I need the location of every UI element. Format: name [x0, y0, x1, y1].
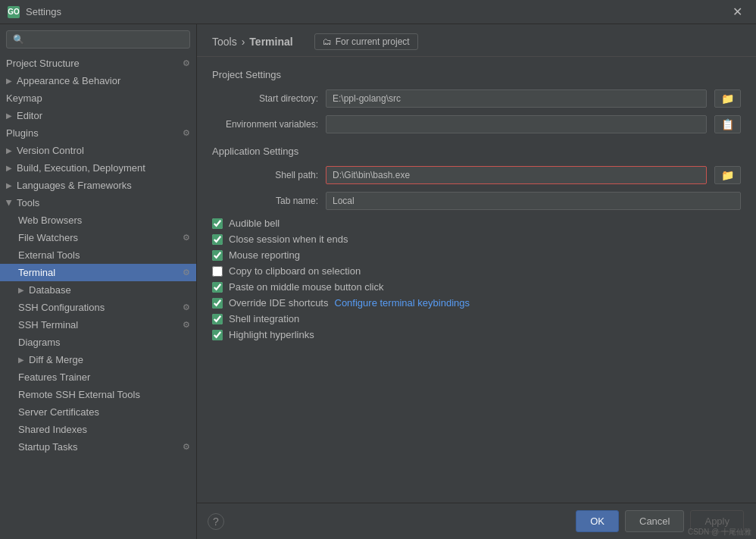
breadcrumb-separator: › — [242, 36, 245, 48]
sidebar-item-label: External Tools — [18, 249, 80, 261]
sidebar-item-label: Tools — [17, 197, 39, 208]
watermark: CSDN @ 十尾仙雅 — [683, 525, 756, 539]
expand-arrow: ▶ — [6, 111, 12, 120]
sidebar-item-plugins[interactable]: Plugins ⚙ — [0, 124, 196, 142]
sidebar-item-project-structure[interactable]: Project Structure ⚙ — [0, 55, 196, 72]
sidebar-item-web-browsers[interactable]: Web Browsers — [0, 212, 196, 229]
search-box[interactable]: 🔍 — [6, 30, 190, 49]
configure-keybindings-link[interactable]: Configure terminal keybindings — [335, 297, 470, 309]
content-area: 🔍 Project Structure ⚙ ▶ Appearance & Beh… — [0, 24, 756, 539]
shell-path-browse-button[interactable]: 📁 — [714, 166, 741, 184]
sidebar-item-label: Diff & Merge — [29, 354, 83, 365]
sidebar-item-version-control[interactable]: ▶ Version Control — [0, 142, 196, 159]
for-project-button[interactable]: 🗂 For current project — [314, 33, 418, 50]
shell-path-input[interactable] — [326, 166, 707, 184]
start-directory-row: Start directory: 📁 — [212, 89, 741, 108]
checkboxes-container: Audible bellClose session when it endsMo… — [212, 218, 741, 340]
main-panel: Tools › Terminal 🗂 For current project P… — [197, 24, 756, 539]
breadcrumb-parent: Tools — [212, 36, 237, 48]
sidebar-item-ssh-terminal[interactable]: SSH Terminal ⚙ — [0, 316, 196, 334]
sidebar-item-label: Server Certificates — [18, 406, 99, 418]
settings-icon: ⚙ — [183, 58, 190, 68]
sidebar-item-keymap[interactable]: Keymap — [0, 89, 196, 107]
ok-button[interactable]: OK — [576, 510, 619, 532]
sidebar-item-editor[interactable]: ▶ Editor — [0, 107, 196, 124]
checkbox-close-session[interactable] — [212, 234, 223, 245]
checkbox-highlight-hyperlinks[interactable] — [212, 330, 223, 340]
sidebar-item-label: Languages & Frameworks — [17, 180, 132, 191]
search-input[interactable] — [29, 34, 183, 45]
sidebar-item-label: Project Structure — [6, 58, 80, 69]
app-icon: GO — [8, 6, 20, 18]
sidebar-item-label: Editor — [17, 110, 42, 121]
sidebar-item-label: Database — [29, 284, 71, 296]
checkbox-row-paste-middle: Paste on middle mouse button click — [212, 281, 741, 293]
checkbox-row-close-session: Close session when it ends — [212, 233, 741, 245]
checkbox-override-ide[interactable] — [212, 298, 223, 309]
tab-name-input[interactable] — [326, 192, 741, 210]
tab-name-row: Tab name: — [212, 192, 741, 210]
checkbox-audible-bell[interactable] — [212, 218, 223, 229]
cancel-button[interactable]: Cancel — [625, 510, 684, 532]
sidebar-item-label: Features Trainer — [18, 371, 90, 383]
sidebar-item-shared-indexes[interactable]: Shared Indexes — [0, 421, 196, 438]
settings-icon: ⚙ — [183, 442, 190, 452]
sidebar-item-remote-ssh[interactable]: Remote SSH External Tools — [0, 386, 196, 403]
env-variables-label: Environment variables: — [212, 119, 318, 130]
checkbox-label-highlight-hyperlinks: Highlight hyperlinks — [229, 329, 314, 340]
breadcrumb-current: Terminal — [249, 36, 292, 48]
checkbox-label-audible-bell: Audible bell — [229, 218, 280, 229]
settings-icon: ⚙ — [183, 302, 190, 312]
start-directory-input[interactable] — [326, 89, 707, 108]
checkbox-label-paste-middle: Paste on middle mouse button click — [229, 281, 384, 293]
sidebar-item-build-exec[interactable]: ▶ Build, Execution, Deployment — [0, 159, 196, 177]
sidebar-item-server-certs[interactable]: Server Certificates — [0, 403, 196, 421]
sidebar-item-features-trainer[interactable]: Features Trainer — [0, 368, 196, 386]
env-variables-input[interactable] — [326, 115, 707, 133]
sidebar-item-languages[interactable]: ▶ Languages & Frameworks — [0, 177, 196, 194]
sidebar-item-label: SSH Terminal — [18, 319, 78, 331]
sidebar-item-label: Build, Execution, Deployment — [17, 162, 145, 174]
help-button[interactable]: ? — [208, 513, 224, 530]
checkbox-mouse-reporting[interactable] — [212, 250, 223, 261]
start-directory-browse-button[interactable]: 📁 — [714, 89, 741, 108]
sidebar-item-file-watchers[interactable]: File Watchers ⚙ — [0, 229, 196, 246]
env-variables-row: Environment variables: 📋 — [212, 115, 741, 133]
sidebar-item-label: Version Control — [17, 145, 84, 156]
sidebar-item-label: SSH Configurations — [18, 302, 105, 313]
project-icon: 🗂 — [323, 36, 332, 47]
close-button[interactable]: ✕ — [726, 2, 748, 22]
sidebar-item-diagrams[interactable]: Diagrams — [0, 334, 196, 351]
start-directory-label: Start directory: — [212, 93, 318, 104]
sidebar-item-label: Terminal — [18, 267, 55, 278]
sidebar-item-terminal[interactable]: Terminal ⚙ — [0, 264, 196, 281]
checkbox-row-override-ide: Override IDE shortcutsConfigure terminal… — [212, 297, 741, 309]
sidebar-item-diff-merge[interactable]: ▶ Diff & Merge — [0, 351, 196, 368]
settings-window: GO Settings ✕ 🔍 Project Structure ⚙ ▶ Ap… — [0, 0, 756, 539]
sidebar-item-startup-tasks[interactable]: Startup Tasks ⚙ — [0, 438, 196, 456]
sidebar-item-tools[interactable]: ▶ Tools — [0, 194, 196, 212]
sidebar-item-label: Diagrams — [18, 337, 61, 348]
titlebar: GO Settings ✕ — [0, 0, 756, 24]
checkbox-label-override-ide: Override IDE shortcuts — [229, 297, 329, 309]
for-project-label: For current project — [336, 36, 410, 47]
expand-arrow: ▶ — [6, 146, 12, 155]
checkbox-copy-clipboard[interactable] — [212, 266, 223, 277]
env-variables-browse-button[interactable]: 📋 — [714, 115, 741, 133]
checkbox-label-close-session: Close session when it ends — [229, 233, 348, 245]
checkbox-row-audible-bell: Audible bell — [212, 218, 741, 229]
checkbox-row-mouse-reporting: Mouse reporting — [212, 249, 741, 261]
sidebar-item-appearance-behavior[interactable]: ▶ Appearance & Behavior — [0, 72, 196, 89]
sidebar-item-database[interactable]: ▶ Database — [0, 281, 196, 299]
sidebar-item-ssh-configs[interactable]: SSH Configurations ⚙ — [0, 299, 196, 316]
settings-icon: ⚙ — [183, 233, 190, 243]
sidebar-item-external-tools[interactable]: External Tools — [0, 246, 196, 264]
checkbox-shell-integration[interactable] — [212, 314, 223, 324]
sidebar-item-label: Shared Indexes — [18, 424, 87, 435]
plugin-icon: ⚙ — [183, 128, 190, 138]
checkbox-row-copy-clipboard: Copy to clipboard on selection — [212, 265, 741, 277]
shell-path-row: Shell path: 📁 — [212, 166, 741, 184]
checkbox-row-shell-integration: Shell integration — [212, 313, 741, 324]
checkbox-paste-middle[interactable] — [212, 282, 223, 293]
shell-path-label: Shell path: — [212, 170, 318, 180]
